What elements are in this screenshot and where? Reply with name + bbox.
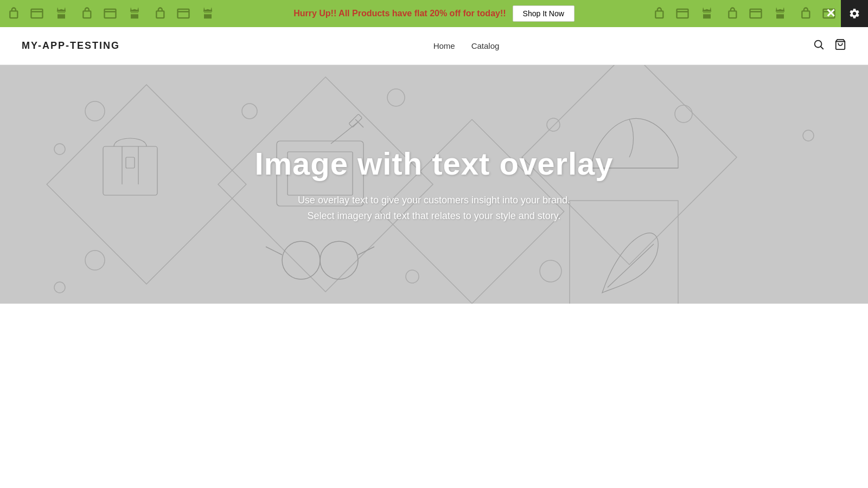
brand-name[interactable]: MY-APP-TESTING [22, 40, 120, 52]
bar-icon-r2 [670, 0, 694, 27]
main-nav: Home Catalog [433, 41, 500, 50]
bar-icon-r4 [719, 0, 743, 27]
bar-icon-8 [171, 0, 195, 27]
shop-it-now-button[interactable]: Shop It Now [513, 5, 575, 22]
bar-icon-r5 [743, 0, 768, 27]
bar-icon-r6 [768, 0, 792, 27]
bar-icon-r3 [694, 0, 719, 27]
bar-icon-r1 [646, 0, 670, 27]
svg-line-1 [821, 47, 823, 49]
bar-icon-4 [73, 0, 98, 27]
bar-icon-1 [0, 0, 24, 27]
hero-text-overlay: Image with text overlay Use overlay text… [254, 145, 613, 224]
announcement-close-button[interactable]: ✕ [826, 7, 835, 21]
below-hero-section [0, 304, 868, 423]
bar-icon-3 [49, 0, 73, 27]
hero-title: Image with text overlay [254, 145, 613, 182]
svg-point-0 [815, 40, 822, 47]
main-header: MY-APP-TESTING Home Catalog [0, 27, 868, 65]
bar-icon-9 [195, 0, 220, 27]
header-actions [813, 38, 846, 54]
cart-icon[interactable] [834, 38, 846, 54]
hero-section: Image with text overlay Use overlay text… [0, 65, 868, 304]
nav-home[interactable]: Home [433, 41, 455, 50]
announcement-text: Hurry Up!! All Products have flat 20% of… [293, 9, 506, 18]
hero-subtitle-line2: Select imagery and text that relates to … [254, 208, 613, 224]
announcement-bar: Hurry Up!! All Products have flat 20% of… [0, 0, 868, 27]
search-icon[interactable] [813, 38, 825, 54]
settings-corner-button[interactable] [841, 0, 868, 27]
bar-icon-2 [24, 0, 49, 27]
announcement-content: Hurry Up!! All Products have flat 20% of… [293, 5, 575, 22]
bar-icon-r7 [792, 0, 816, 27]
hero-subtitle-line1: Use overlay text to give your customers … [254, 192, 613, 208]
nav-catalog[interactable]: Catalog [471, 41, 500, 50]
right-decoration-icons [646, 0, 841, 27]
left-decoration-icons [0, 0, 220, 27]
gear-icon [848, 8, 860, 20]
bar-icon-6 [122, 0, 146, 27]
bar-icon-7 [146, 0, 171, 27]
bar-icon-5 [98, 0, 122, 27]
